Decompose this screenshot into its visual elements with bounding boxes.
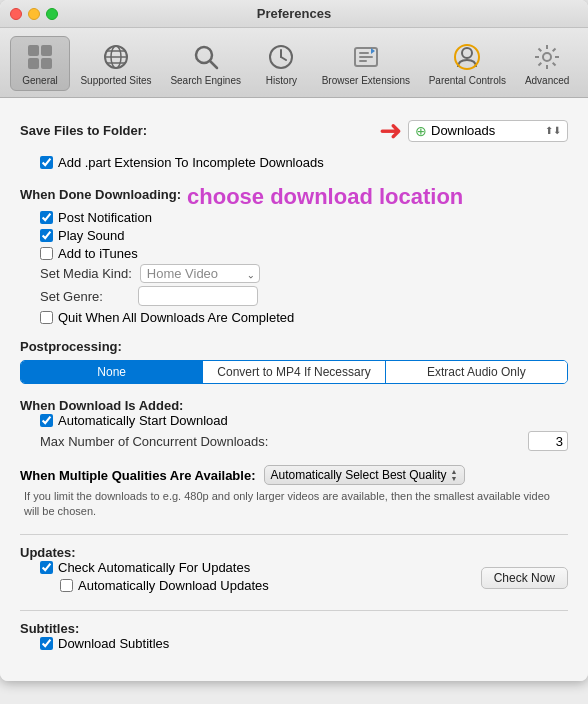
minimize-button[interactable] <box>28 8 40 20</box>
advanced-label: Advanced <box>525 75 569 86</box>
arrow-annotation: ➜ <box>379 114 402 147</box>
toolbar: General Supported Sites Sea <box>0 28 588 98</box>
quit-wrap: Quit When All Downloads Are Completed <box>40 310 568 325</box>
divider-1 <box>20 534 568 535</box>
qualities-row: When Multiple Qualities Are Available: A… <box>20 465 568 485</box>
media-kind-select-wrap[interactable]: Home Video <box>140 264 260 283</box>
svg-line-10 <box>210 61 217 68</box>
preferences-window: Preferences General <box>0 0 588 681</box>
toolbar-item-supported-sites[interactable]: Supported Sites <box>72 36 160 91</box>
toolbar-item-browser-extensions[interactable]: Browser Extensions <box>313 36 418 91</box>
quit-label: Quit When All Downloads Are Completed <box>58 310 294 325</box>
pp-tab-extract[interactable]: Extract Audio Only <box>386 361 567 383</box>
quit-checkbox[interactable] <box>40 311 53 324</box>
qualities-section: When Multiple Qualities Are Available: A… <box>20 465 568 520</box>
supported-sites-label: Supported Sites <box>80 75 151 86</box>
save-files-row: Save Files to Folder: ➜ ⊕ Downloads ⬆⬇ <box>20 114 568 147</box>
add-part-checkbox-wrap: Add .part Extension To Incomplete Downlo… <box>40 155 568 170</box>
when-done-section: When Done Downloading: choose download l… <box>20 184 568 325</box>
media-kind-row: Set Media Kind: Home Video <box>40 264 568 283</box>
updates-checkboxes: Check Automatically For Updates Automati… <box>20 560 269 596</box>
svg-line-25 <box>539 49 542 52</box>
svg-line-26 <box>553 63 556 66</box>
folder-dropdown[interactable]: ⊕ Downloads ⬆⬇ <box>408 120 568 142</box>
play-sound-wrap: Play Sound <box>40 228 568 243</box>
toolbar-item-parental-controls[interactable]: Parental Controls <box>420 36 514 91</box>
add-part-label: Add .part Extension To Incomplete Downlo… <box>58 155 324 170</box>
check-auto-checkbox[interactable] <box>40 561 53 574</box>
svg-point-20 <box>543 53 551 61</box>
download-subtitles-wrap: Download Subtitles <box>40 636 568 651</box>
post-notification-label: Post Notification <box>58 210 152 225</box>
genre-input[interactable] <box>138 286 258 306</box>
browser-extensions-label: Browser Extensions <box>322 75 410 86</box>
toolbar-item-general[interactable]: General <box>10 36 70 91</box>
parental-controls-icon <box>451 41 483 73</box>
updates-title: Updates: <box>20 545 76 560</box>
max-concurrent-input[interactable] <box>528 431 568 451</box>
download-subtitles-checkbox[interactable] <box>40 637 53 650</box>
svg-rect-1 <box>41 45 52 56</box>
add-to-itunes-label: Add to iTunes <box>58 246 138 261</box>
check-auto-wrap: Check Automatically For Updates <box>40 560 269 575</box>
divider-2 <box>20 610 568 611</box>
postprocessing-section: Postprocessing: None Convert to MP4 If N… <box>20 339 568 384</box>
set-genre-row: Set Genre: <box>40 286 568 306</box>
svg-line-28 <box>539 63 542 66</box>
maximize-button[interactable] <box>46 8 58 20</box>
titlebar-buttons <box>10 8 58 20</box>
subtitles-title: Subtitles: <box>20 621 79 636</box>
toolbar-item-search-engines[interactable]: Search Engines <box>162 36 249 91</box>
advanced-icon <box>531 41 563 73</box>
search-engines-icon <box>190 41 222 73</box>
dropdown-arrow-icon: ⬆⬇ <box>545 125 561 136</box>
svg-rect-15 <box>359 52 369 54</box>
quality-dropdown[interactable]: Automatically Select Best Quality ▲ ▼ <box>264 465 465 485</box>
quality-value: Automatically Select Best Quality <box>271 468 447 482</box>
save-files-section: Save Files to Folder: ➜ ⊕ Downloads ⬆⬇ A… <box>20 114 568 170</box>
updates-section: Updates: Check Automatically For Updates… <box>20 545 568 596</box>
play-sound-checkbox[interactable] <box>40 229 53 242</box>
pp-tab-convert[interactable]: Convert to MP4 If Necessary <box>203 361 385 383</box>
folder-icon: ⊕ <box>415 123 427 139</box>
media-kind-select[interactable]: Home Video <box>140 264 260 283</box>
svg-rect-17 <box>359 60 367 62</box>
auto-start-wrap: Automatically Start Download <box>40 413 568 428</box>
download-subtitles-label: Download Subtitles <box>58 636 169 651</box>
svg-point-18 <box>462 48 472 58</box>
pp-tab-none[interactable]: None <box>21 361 203 383</box>
toolbar-item-history[interactable]: History <box>251 36 311 91</box>
concurrent-row: Max Number of Concurrent Downloads: <box>40 431 568 451</box>
search-engines-label: Search Engines <box>170 75 241 86</box>
auto-start-checkbox[interactable] <box>40 414 53 427</box>
auto-start-label: Automatically Start Download <box>58 413 228 428</box>
parental-controls-label: Parental Controls <box>429 75 506 86</box>
auto-download-label: Automatically Download Updates <box>78 578 269 593</box>
updates-row: Check Automatically For Updates Automati… <box>20 560 568 596</box>
check-auto-label: Check Automatically For Updates <box>58 560 250 575</box>
svg-rect-2 <box>28 58 39 69</box>
close-button[interactable] <box>10 8 22 20</box>
save-files-label: Save Files to Folder: <box>20 123 147 138</box>
when-added-title: When Download Is Added: <box>20 398 183 413</box>
quality-arrows-icon: ▲ ▼ <box>451 468 458 482</box>
quality-note: If you limit the downloads to e.g. 480p … <box>24 489 568 520</box>
svg-line-13 <box>281 57 286 60</box>
svg-rect-0 <box>28 45 39 56</box>
main-content: Save Files to Folder: ➜ ⊕ Downloads ⬆⬇ A… <box>0 98 588 681</box>
set-genre-label: Set Genre: <box>40 289 130 304</box>
auto-download-checkbox[interactable] <box>60 579 73 592</box>
history-label: History <box>266 75 297 86</box>
supported-sites-icon <box>100 41 132 73</box>
folder-name: Downloads <box>431 123 495 138</box>
history-icon <box>265 41 297 73</box>
check-now-button[interactable]: Check Now <box>481 567 568 589</box>
toolbar-item-advanced[interactable]: Advanced <box>516 36 578 91</box>
post-notification-checkbox[interactable] <box>40 211 53 224</box>
svg-line-27 <box>553 49 556 52</box>
max-concurrent-label: Max Number of Concurrent Downloads: <box>40 434 268 449</box>
annotation-text: choose download location <box>187 184 463 210</box>
svg-rect-16 <box>359 56 373 58</box>
add-to-itunes-checkbox[interactable] <box>40 247 53 260</box>
add-part-checkbox[interactable] <box>40 156 53 169</box>
